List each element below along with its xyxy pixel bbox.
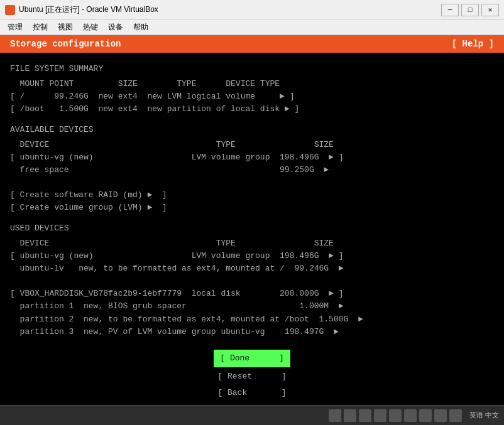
storage-config-title: Storage configuration	[10, 39, 121, 49]
avail-row-ubuntu-vg[interactable]: [ ubuntu-vg (new) LVM volume group 198.4…	[10, 151, 494, 164]
menu-help[interactable]: 帮助	[128, 21, 153, 34]
taskbar-icon-8	[434, 409, 447, 422]
file-system-summary-title: FILE SYSTEM SUMMARY	[10, 63, 494, 75]
back-button[interactable]: [ Back ]	[217, 388, 286, 397]
taskbar-icon-1	[329, 409, 341, 422]
avail-row-free-space[interactable]: free space 99.250G ►	[10, 164, 494, 176]
taskbar-icon-3	[359, 409, 371, 422]
used-row-empty	[10, 275, 494, 288]
used-row-ubuntu-vg[interactable]: [ ubuntu-vg (new) LVM volume group 198.4…	[10, 250, 494, 262]
taskbar-text: 英语 中文	[469, 411, 499, 420]
taskbar: 英语 中文	[0, 405, 504, 425]
window-controls: ─ □ ✕	[441, 4, 499, 16]
help-label[interactable]: [ Help ]	[452, 39, 494, 49]
taskbar-icon-5	[389, 409, 402, 422]
vbox-icon	[5, 5, 15, 15]
taskbar-icon-4	[374, 409, 386, 422]
used-row-vbox-disk[interactable]: [ VBOX_HARDDISK_VB78fac2b9-1ebf7779 loca…	[10, 288, 494, 300]
used-columns: DEVICE TYPE SIZE	[10, 237, 494, 250]
vm-content: Storage configuration [ Help ] FILE SYST…	[0, 35, 504, 405]
window-titlebar: Ubuntu [正在运行] - Oracle VM VirtualBox ─ □…	[0, 0, 504, 20]
storage-config-header: Storage configuration [ Help ]	[0, 35, 504, 53]
taskbar-icon-6	[404, 409, 417, 422]
avail-create-lvm[interactable]: [ Create volume group (LVM) ► ]	[10, 202, 494, 214]
avail-create-raid[interactable]: [ Create software RAID (md) ► ]	[10, 189, 494, 202]
main-content: FILE SYSTEM SUMMARY MOUNT POINT SIZE TYP…	[0, 53, 504, 405]
avail-columns: DEVICE TYPE SIZE	[10, 139, 494, 151]
reset-button[interactable]: [ Reset ]	[217, 372, 286, 381]
menu-devices[interactable]: 设备	[103, 21, 128, 34]
used-devices-title: USED DEVICES	[10, 222, 494, 235]
avail-row-empty	[10, 176, 494, 189]
menu-hotkey[interactable]: 热键	[78, 21, 103, 34]
done-button[interactable]: [ Done ]	[214, 350, 290, 367]
maximize-button[interactable]: □	[461, 4, 479, 16]
taskbar-icon-7	[419, 409, 432, 422]
taskbar-icon-2	[344, 409, 356, 422]
menu-control[interactable]: 控制	[28, 21, 53, 34]
menu-manage[interactable]: 管理	[3, 21, 28, 34]
close-button[interactable]: ✕	[481, 4, 499, 16]
fs-columns: MOUNT POINT SIZE TYPE DEVICE TYPE	[10, 78, 494, 90]
fs-row-root[interactable]: [ / 99.246G new ext4 new LVM logical vol…	[10, 90, 494, 103]
used-row-ubuntu-lv[interactable]: ubuntu-lv new, to be formatted as ext4, …	[10, 262, 494, 275]
taskbar-icon-9	[449, 409, 462, 422]
menubar: 管理 控制 视图 热键 设备 帮助	[0, 20, 504, 35]
button-area: [ Done ] [ Reset ] [ Back ]	[10, 350, 494, 401]
used-row-part1[interactable]: partition 1 new, BIOS grub spacer 1.000M…	[10, 300, 494, 313]
window-title: Ubuntu [正在运行] - Oracle VM VirtualBox	[19, 4, 441, 15]
fs-row-boot[interactable]: [ /boot 1.500G new ext4 new partition of…	[10, 103, 494, 116]
available-devices-title: AVAILABLE DEVICES	[10, 124, 494, 136]
menu-view[interactable]: 视图	[53, 21, 78, 34]
minimize-button[interactable]: ─	[441, 4, 459, 16]
used-row-part3[interactable]: partition 3 new, PV of LVM volume group …	[10, 326, 494, 338]
used-row-part2[interactable]: partition 2 new, to be formatted as ext4…	[10, 313, 494, 326]
taskbar-icons: 英语 中文	[329, 409, 499, 422]
